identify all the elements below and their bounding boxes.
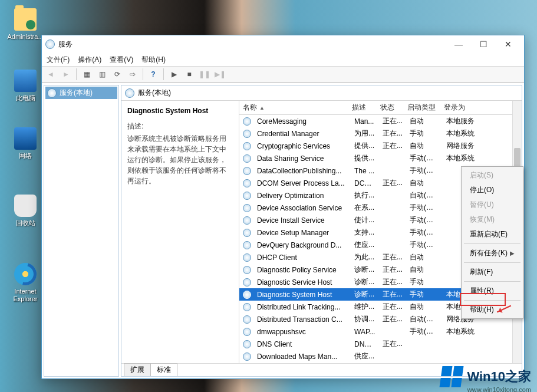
watermark-text: Win10之家 (467, 368, 531, 386)
cell-desc: Man... (351, 117, 379, 126)
tab-extended[interactable]: 扩展 (124, 363, 151, 376)
help-button[interactable]: ? (147, 68, 160, 81)
gear-icon (243, 192, 251, 200)
gear-icon (243, 142, 251, 150)
detail-pane: Diagnostic System Host 描述: 诊断系统主机被诊断策略服务… (121, 101, 239, 363)
gear-icon (243, 241, 251, 249)
cell-name: Device Setup Manager (253, 229, 351, 237)
menu-action[interactable]: 操作(A) (78, 55, 101, 65)
layout-button[interactable]: ▦ (80, 68, 93, 81)
gear-icon (243, 328, 251, 336)
forward-button[interactable]: ► (60, 68, 73, 81)
gear-icon (125, 88, 134, 98)
desktop-icon-recycle[interactable]: 回收站 (5, 195, 46, 227)
gear-icon (243, 167, 251, 175)
restart-button[interactable]: ▶❚ (213, 68, 226, 81)
col-startup[interactable]: 启动类型 (404, 103, 440, 113)
titlebar[interactable]: 服务 — ☐ ✕ (42, 35, 524, 53)
ctx-stop[interactable]: 停止(O) (463, 183, 522, 197)
gear-icon (243, 353, 251, 361)
col-logon[interactable]: 登录为 (440, 103, 482, 113)
cell-desc: DNS ... (351, 340, 379, 348)
panel-button[interactable]: ▥ (95, 68, 108, 81)
icon-label: 回收站 (5, 219, 46, 227)
separator (464, 281, 520, 282)
service-row[interactable]: dmwappushsvcWAP...手动(触发...本地系统 (239, 325, 522, 338)
service-row[interactable]: Data Sharing Service提供...手动(触发...本地系统 (239, 152, 522, 164)
ctx-restart[interactable]: 重新启动(E) (463, 227, 522, 242)
menu-help[interactable]: 帮助(H) (141, 55, 166, 65)
ctx-resume[interactable]: 恢复(M) (463, 212, 522, 227)
recycle-icon (14, 195, 37, 217)
desktop-icon-ie[interactable]: Internet Explorer (5, 263, 46, 303)
col-status[interactable]: 状态 (377, 103, 404, 113)
cell-startup: 手动 (406, 289, 443, 299)
cell-status: 正在... (379, 302, 406, 312)
play-button[interactable]: ▶ (167, 68, 180, 81)
ctx-refresh[interactable]: 刷新(F) (463, 265, 522, 279)
stop-button[interactable]: ■ (183, 68, 196, 81)
cell-status: 正在... (379, 141, 406, 151)
service-row[interactable]: Credential Manager为用...正在...手动本地系统 (239, 127, 522, 140)
folder-icon (14, 8, 37, 31)
cell-status: 正在... (379, 265, 406, 275)
desktop-icon-admin[interactable]: Administra... (5, 8, 46, 41)
cell-name: DCOM Server Process La... (253, 179, 351, 187)
ie-icon (14, 263, 37, 285)
col-name[interactable]: 名称▲ (239, 103, 348, 113)
tab-standard[interactable]: 标准 (150, 363, 177, 376)
service-row[interactable]: Downloaded Maps Man...供应... (239, 350, 522, 363)
cell-startup: 自动 (406, 265, 443, 275)
icon-label: 网络 (5, 152, 46, 160)
cell-startup: 自动(延迟... (406, 190, 443, 200)
cell-startup: 手动(触发... (406, 228, 443, 238)
cell-desc: 诊断... (351, 277, 379, 287)
cell-status: 正在... (379, 277, 406, 287)
desktop-icon-this-pc[interactable]: 此电脑 (5, 70, 46, 102)
service-row[interactable]: Cryptographic Services提供...正在...自动网络服务 (239, 140, 522, 152)
cell-startup: 手动(触发... (406, 153, 443, 163)
service-row[interactable]: CoreMessagingMan...正在...自动本地服务 (239, 115, 522, 127)
cell-logon: 本地系统 (443, 327, 484, 337)
cell-name: Data Sharing Service (253, 154, 351, 163)
cell-name: DNS Client (253, 340, 351, 348)
cell-logon: 本地系统 (443, 153, 484, 163)
close-button[interactable]: ✕ (496, 37, 520, 52)
pause-button[interactable]: ❚❚ (198, 68, 211, 81)
gear-icon (243, 278, 251, 286)
col-desc[interactable]: 描述 (348, 103, 377, 113)
gear-icon (243, 303, 251, 311)
watermark-url: www.win10xitong.com (467, 386, 531, 392)
cell-status: 正在... (379, 129, 406, 139)
maximize-button[interactable]: ☐ (471, 37, 496, 52)
gear-icon (243, 216, 251, 225)
export-button[interactable]: ⇨ (126, 68, 139, 81)
cell-desc: 维护... (351, 302, 379, 312)
cell-status: 正在... (379, 252, 406, 262)
cell-desc: 使计... (351, 215, 379, 225)
refresh-button[interactable]: ⟳ (111, 68, 124, 81)
gear-icon (243, 253, 251, 262)
desktop-icon-network[interactable]: 网络 (5, 127, 46, 160)
gear-icon (243, 229, 251, 237)
menubar: 文件(F) 操作(A) 查看(V) 帮助(H) (42, 53, 524, 66)
minimize-button[interactable]: — (446, 37, 471, 52)
cell-name: DHCP Client (253, 253, 351, 262)
service-row[interactable]: DNS ClientDNS ...正在... (239, 338, 522, 350)
cell-logon: 网络服务 (443, 141, 484, 151)
column-headers[interactable]: 名称▲ 描述 状态 启动类型 登录为 (239, 101, 522, 115)
gear-icon (45, 39, 55, 49)
menu-file[interactable]: 文件(F) (47, 55, 70, 65)
ctx-all-tasks[interactable]: 所有任务(K)▶ (463, 246, 522, 261)
cell-startup: 手动 (406, 129, 443, 139)
menu-view[interactable]: 查看(V) (110, 55, 133, 65)
ctx-pause[interactable]: 暂停(U) (463, 197, 522, 212)
cell-desc: WAP... (351, 328, 379, 336)
icon-label: Administra... (5, 33, 46, 41)
cell-desc: 执行... (351, 190, 379, 200)
tree-node-services-local[interactable]: 服务(本地) (45, 87, 117, 99)
back-button[interactable]: ◄ (44, 68, 57, 81)
ctx-start[interactable]: 启动(S) (463, 168, 522, 183)
cell-desc: 提供... (351, 153, 379, 163)
cell-status: 正在... (379, 314, 406, 324)
